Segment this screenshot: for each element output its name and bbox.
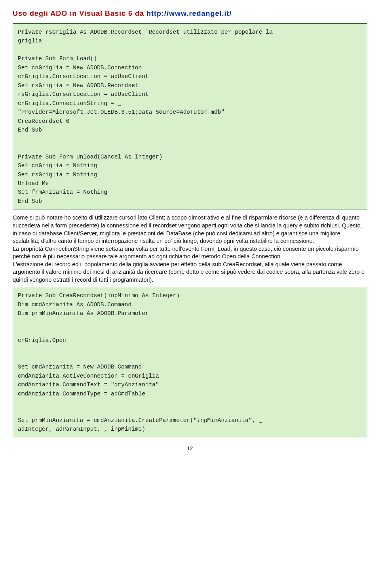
code-block-2: Private Sub CreaRecordset(inpMinimo As I…	[13, 287, 367, 438]
body-paragraph: Come si può notare ho scelto di utilizza…	[13, 214, 367, 284]
code-block-1: Private rsGriglia As ADODB.Recordset 'Re…	[13, 23, 367, 210]
page-number: 12	[13, 445, 367, 451]
header-title-red: Uso degli ADO in Visual Basic 6 da	[13, 10, 146, 17]
header-title-blue: http://www.redangel.it/	[146, 10, 232, 17]
page-header: Uso degli ADO in Visual Basic 6 da http:…	[13, 10, 367, 18]
